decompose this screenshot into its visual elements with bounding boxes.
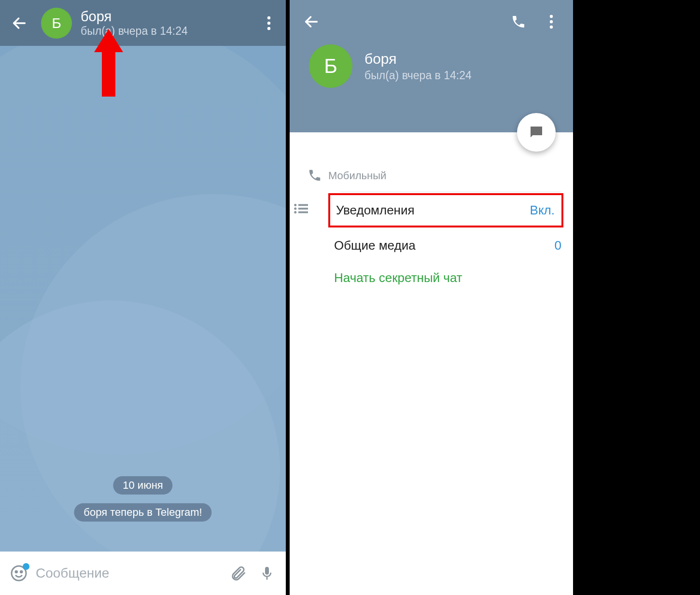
system-message: боря теперь в Telegram! bbox=[74, 503, 211, 522]
svg-point-3 bbox=[267, 27, 270, 29]
svg-point-10 bbox=[550, 20, 553, 23]
svg-rect-15 bbox=[298, 208, 308, 210]
svg-point-11 bbox=[550, 26, 553, 28]
svg-point-14 bbox=[294, 208, 296, 210]
list-icon bbox=[294, 203, 308, 214]
profile-name: боря bbox=[364, 51, 472, 67]
phone-row[interactable]: Мобильный bbox=[290, 159, 573, 192]
notifications-row[interactable]: Уведомления Вкл. bbox=[328, 193, 563, 227]
screenshot-divider bbox=[286, 0, 290, 595]
phone-label: Мобильный bbox=[328, 170, 561, 182]
message-icon bbox=[528, 124, 545, 141]
shared-media-row[interactable]: Общие медиа 0 bbox=[328, 229, 573, 262]
shared-media-label: Общие медиа bbox=[334, 238, 555, 253]
attach-button[interactable] bbox=[226, 561, 250, 585]
date-pill: 10 июня bbox=[113, 476, 172, 495]
secret-chat-row[interactable]: Начать секретный чат bbox=[328, 262, 573, 294]
svg-rect-7 bbox=[266, 577, 268, 580]
paperclip-icon bbox=[229, 565, 247, 582]
kebab-icon bbox=[549, 14, 553, 29]
svg-point-16 bbox=[294, 211, 296, 213]
mic-icon bbox=[259, 564, 275, 582]
svg-point-9 bbox=[550, 15, 553, 18]
message-input[interactable] bbox=[36, 566, 221, 581]
more-menu-button[interactable] bbox=[259, 14, 279, 33]
voice-button[interactable] bbox=[255, 561, 279, 585]
notifications-label: Уведомления bbox=[336, 203, 530, 218]
chat-background[interactable]: 10 июня боря теперь в Telegram! bbox=[0, 46, 286, 552]
secret-chat-label: Начать секретный чат bbox=[334, 270, 462, 285]
arrow-left-icon bbox=[303, 14, 320, 30]
svg-point-6 bbox=[20, 571, 22, 573]
profile-info: Б боря был(а) вчера в 14:24 bbox=[299, 44, 563, 88]
phone-icon bbox=[308, 168, 322, 183]
svg-rect-17 bbox=[298, 212, 308, 213]
phone-icon bbox=[511, 14, 526, 29]
avatar-letter: Б bbox=[52, 15, 61, 31]
avatar-letter: Б bbox=[324, 55, 337, 78]
back-button[interactable] bbox=[7, 11, 31, 35]
arrow-left-icon bbox=[11, 15, 28, 31]
kebab-icon bbox=[267, 16, 271, 30]
profile-header: Б боря был(а) вчера в 14:24 bbox=[290, 0, 573, 132]
avatar[interactable]: Б bbox=[41, 8, 72, 39]
chat-header[interactable]: Б боря был(а) вчера в 14:24 bbox=[0, 0, 286, 46]
more-menu-button[interactable] bbox=[539, 10, 563, 34]
svg-point-5 bbox=[15, 571, 17, 573]
message-fab[interactable] bbox=[517, 113, 556, 152]
svg-point-12 bbox=[294, 204, 296, 206]
emoji-button[interactable] bbox=[7, 561, 31, 585]
annotation-arrow bbox=[94, 29, 123, 97]
message-input-bar bbox=[0, 552, 286, 595]
chat-title: боря bbox=[81, 9, 188, 25]
svg-point-1 bbox=[267, 16, 270, 19]
svg-rect-13 bbox=[298, 204, 308, 206]
profile-topbar bbox=[299, 5, 563, 39]
call-button[interactable] bbox=[506, 10, 531, 34]
profile-status: был(а) вчера в 14:24 bbox=[364, 69, 472, 82]
profile-screen: Б боря был(а) вчера в 14:24 Мобильный bbox=[290, 0, 573, 595]
shared-media-value: 0 bbox=[555, 238, 561, 253]
notification-dot bbox=[23, 563, 29, 570]
notifications-value: Вкл. bbox=[530, 203, 555, 218]
svg-point-2 bbox=[267, 21, 270, 24]
profile-content: Мобильный Уведомления Вкл. Общие медиа 0… bbox=[290, 132, 573, 595]
back-button[interactable] bbox=[299, 10, 323, 34]
avatar[interactable]: Б bbox=[309, 44, 352, 88]
chat-screen: Б боря был(а) вчера в 14:24 10 июня боря… bbox=[0, 0, 286, 595]
